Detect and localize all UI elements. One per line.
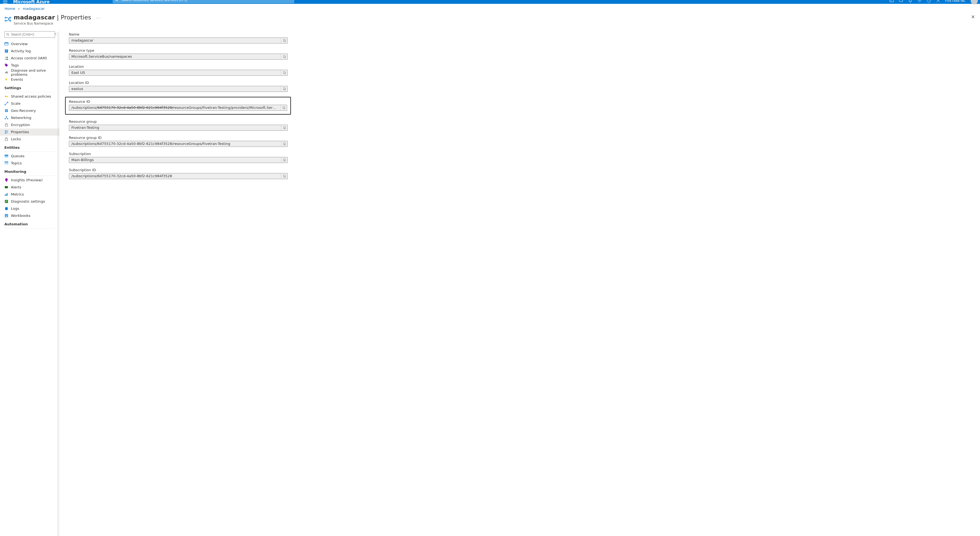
- main-content: NamemadagascarResource typeMicrosoft.Ser…: [60, 29, 980, 536]
- sidebar-item-geo-recovery[interactable]: Geo-Recovery: [0, 107, 59, 114]
- sidebar-item-label: Networking: [11, 116, 31, 120]
- global-search-input[interactable]: [121, 0, 292, 2]
- property-value[interactable]: East US: [69, 70, 281, 75]
- sidebar-item-label: Activity log: [11, 49, 31, 53]
- svg-point-11: [5, 57, 6, 58]
- sidebar-item-topics[interactable]: Topics: [0, 160, 59, 167]
- sidebar-item-tags[interactable]: Tags: [0, 62, 59, 69]
- directories-icon[interactable]: [899, 0, 903, 3]
- sidebar-item-queues[interactable]: Queues: [0, 153, 59, 160]
- property-value[interactable]: /subscriptions/6d755170-32cd-4a50-8bf2-6…: [69, 105, 280, 110]
- lock-icon: [5, 137, 8, 141]
- property-value-box: East US: [69, 70, 288, 76]
- breadcrumb: Home > madagascar: [0, 4, 980, 13]
- sidebar-item-diagnose-and-solve-problems[interactable]: Diagnose and solve problems: [0, 69, 59, 76]
- svg-point-22: [5, 131, 6, 132]
- property-row-resource-group-id: Resource group ID/subscriptions/6d755170…: [69, 136, 288, 147]
- avatar[interactable]: [971, 0, 978, 5]
- copy-icon: [283, 71, 286, 75]
- copy-icon: [283, 126, 286, 129]
- sidebar-item-access-control-iam[interactable]: Access control (IAM): [0, 55, 59, 62]
- sidebar-item-alerts[interactable]: Alerts: [0, 184, 59, 191]
- sidebar-item-activity-log[interactable]: Activity log: [0, 48, 59, 55]
- sidebar-search[interactable]: [5, 31, 55, 38]
- sidebar-item-metrics[interactable]: Metrics: [0, 191, 59, 198]
- sidebar-item-diagnostic-settings[interactable]: Diagnostic settings: [0, 198, 59, 205]
- copy-button[interactable]: [281, 38, 287, 43]
- property-value[interactable]: madagascar: [69, 38, 281, 42]
- sidebar-item-events[interactable]: Events: [0, 76, 59, 83]
- property-value-box: Main-Billings: [69, 157, 288, 163]
- close-blade-button[interactable]: ✕: [971, 14, 975, 20]
- svg-rect-31: [6, 181, 7, 182]
- diagnose-icon: [5, 70, 8, 75]
- copy-button[interactable]: [281, 141, 287, 146]
- property-value-box: Fivetran-Testing: [69, 125, 288, 131]
- breadcrumb-home[interactable]: Home: [5, 6, 15, 11]
- copy-button[interactable]: [281, 70, 287, 75]
- property-value[interactable]: /subscriptions/6d755170-32cd-4a50-8bf2-6…: [69, 174, 281, 178]
- insights-icon: [5, 178, 8, 182]
- property-value[interactable]: /subscriptions/6d755170-32cd-4a50-8bf2-6…: [69, 142, 281, 146]
- svg-rect-52: [283, 107, 285, 108]
- svg-rect-54: [283, 126, 285, 128]
- property-value[interactable]: Microsoft.ServiceBus/namespaces: [69, 54, 281, 59]
- cloud-shell-icon[interactable]: [889, 0, 894, 3]
- property-value[interactable]: eastus: [69, 87, 281, 91]
- sidebar-item-overview[interactable]: Overview: [0, 40, 59, 48]
- service-bus-icon: [5, 16, 11, 23]
- property-row-resource-group: Resource groupFivetran-Testing: [69, 119, 288, 131]
- section-entities-label: Entities: [0, 143, 59, 151]
- copy-button[interactable]: [281, 157, 287, 163]
- sidebar-item-scale[interactable]: Scale: [0, 100, 59, 107]
- sidebar-item-insights-preview[interactable]: Insights (Preview): [0, 177, 59, 184]
- collapse-sidebar-button[interactable]: «: [55, 32, 57, 35]
- sidebar-item-logs[interactable]: Logs: [0, 205, 59, 212]
- property-value-box: /subscriptions/6d755170-32cd-4a50-8bf2-6…: [69, 173, 288, 179]
- section-monitoring-label: Monitoring: [0, 167, 59, 175]
- sidebar-search-input[interactable]: [10, 32, 53, 37]
- sidebar-item-workbooks[interactable]: Workbooks: [0, 212, 59, 219]
- feedback-icon[interactable]: [936, 0, 940, 3]
- svg-rect-24: [5, 139, 8, 141]
- sidebar-item-encryption[interactable]: Encryption: [0, 121, 59, 129]
- hamburger-icon[interactable]: [3, 0, 8, 5]
- breadcrumb-resource[interactable]: madagascar: [23, 6, 45, 11]
- blade-title: madagascar | Properties: [14, 14, 91, 21]
- copy-icon: [283, 175, 286, 178]
- more-actions-button[interactable]: ···: [96, 16, 101, 20]
- sidebar-item-label: Locks: [11, 137, 21, 141]
- sidebar-item-shared-access-policies[interactable]: Shared access policies: [0, 93, 59, 100]
- geo-icon: [5, 108, 8, 113]
- top-bar: Microsoft Azure FIVETRAN INC: [0, 0, 980, 4]
- property-label: Location: [69, 65, 288, 68]
- blade-header: madagascar | Properties Service Bus Name…: [0, 13, 980, 29]
- copy-button[interactable]: [281, 173, 287, 179]
- copy-button[interactable]: [280, 105, 287, 110]
- help-icon[interactable]: [927, 0, 931, 3]
- svg-rect-21: [5, 125, 8, 127]
- sidebar-item-properties[interactable]: Properties: [0, 129, 59, 136]
- property-value[interactable]: Main-Billings: [69, 158, 281, 162]
- section-settings-label: Settings: [0, 83, 59, 91]
- svg-rect-26: [5, 156, 8, 157]
- tenant-label[interactable]: FIVETRAN INC: [945, 0, 966, 2]
- property-label: Location ID: [69, 81, 288, 85]
- sidebar-item-locks[interactable]: Locks: [0, 136, 59, 143]
- svg-point-4: [5, 17, 6, 18]
- sidebar-item-label: Queues: [11, 154, 24, 158]
- global-search[interactable]: [113, 0, 294, 3]
- settings-icon[interactable]: [917, 0, 922, 3]
- svg-rect-30: [5, 164, 8, 165]
- scrollbar[interactable]: [57, 32, 59, 536]
- copy-button[interactable]: [281, 86, 287, 92]
- copy-button[interactable]: [281, 54, 287, 59]
- sidebar-item-networking[interactable]: Networking: [0, 114, 59, 121]
- property-value[interactable]: Fivetran-Testing: [69, 126, 281, 130]
- brand-label[interactable]: Microsoft Azure: [13, 0, 49, 5]
- property-value-box: eastus: [69, 86, 288, 92]
- svg-rect-50: [283, 87, 285, 89]
- svg-rect-16: [7, 96, 8, 97]
- notifications-icon[interactable]: [908, 0, 912, 3]
- copy-button[interactable]: [281, 125, 287, 130]
